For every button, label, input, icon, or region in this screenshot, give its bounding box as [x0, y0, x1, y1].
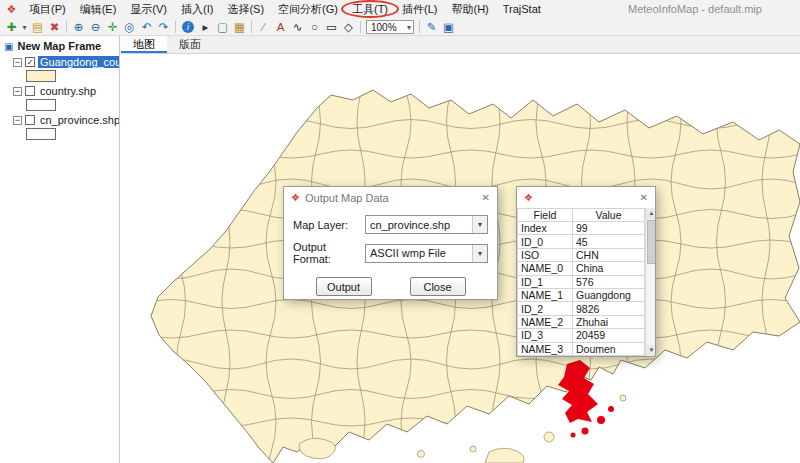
map-frame-icon: ▣	[4, 41, 13, 52]
layer-name[interactable]: country.shp	[38, 85, 98, 97]
close-icon[interactable]: ✕	[482, 192, 490, 203]
attr-field: NAME_2	[518, 315, 573, 328]
attr-value: 45	[573, 235, 645, 248]
next-view-icon[interactable]: ↷	[155, 19, 172, 36]
add-layer-icon[interactable]: ✚	[3, 19, 20, 36]
edit-pencil-icon[interactable]: ✎	[423, 19, 440, 36]
attr-field: Index	[518, 222, 573, 235]
scroll-down-icon[interactable]: ▼	[646, 345, 656, 356]
close-button[interactable]: Close	[410, 277, 466, 296]
output-format-label: Output Format:	[293, 241, 365, 265]
attr-value: CHN	[573, 248, 645, 261]
polygon-icon[interactable]: ◇	[340, 19, 357, 36]
attr-row: NAME_1Guangdong	[518, 288, 645, 301]
toolbar-separator	[419, 21, 420, 33]
zoom-out-icon[interactable]: ⊖	[87, 19, 104, 36]
layer-list: −✓Guangdong_county.shp−country.shp−cn_pr…	[0, 55, 119, 142]
prev-view-icon[interactable]: ↶	[138, 19, 155, 36]
tab-layout[interactable]: 版面	[167, 36, 213, 53]
layer-name[interactable]: cn_province.shp	[38, 114, 119, 126]
attr-value: China	[573, 262, 645, 275]
attr-row: NAME_3Doumen	[518, 342, 645, 355]
zoom-in-icon[interactable]: ⊕	[70, 19, 87, 36]
rectangle-icon[interactable]: ▭	[323, 19, 340, 36]
menu-item[interactable]: 工具(T)	[345, 0, 395, 19]
scrollbar-thumb[interactable]	[647, 220, 656, 264]
zoom-level-value: 100%	[371, 22, 397, 33]
dialog-title-bar[interactable]: ❖ ✕	[517, 187, 655, 208]
layer-symbol-swatch	[26, 70, 56, 82]
label-icon[interactable]: A	[272, 19, 289, 36]
attr-row: ID_29826	[518, 302, 645, 315]
layer-name[interactable]: Guangdong_county.shp	[38, 56, 119, 68]
attr-value: 20459	[573, 329, 645, 342]
dialog-title: Output Map Data	[305, 192, 389, 204]
attr-field: NAME_0	[518, 262, 573, 275]
view-tabs: 地图版面	[121, 36, 800, 54]
menu-item[interactable]: 显示(V)	[123, 0, 174, 19]
expand-toggle-icon[interactable]: −	[13, 116, 22, 125]
select-rectangle-icon[interactable]: ▢	[214, 19, 231, 36]
output-format-select[interactable]: ASCII wmp File ▾	[365, 244, 488, 263]
layer-legend	[0, 127, 119, 142]
menu-item[interactable]: 插件(L)	[395, 0, 444, 19]
menu-item[interactable]: 编辑(E)	[73, 0, 124, 19]
window-title: MeteoInfoMap - default.mip	[628, 0, 762, 19]
layer-row[interactable]: −country.shp	[0, 84, 119, 98]
menu-items: 项目(P)编辑(E)显示(V)插入(I)选择(S)空间分析(G)工具(T)插件(…	[22, 0, 548, 19]
attr-field: NAME_3	[518, 342, 573, 355]
attribute-table-icon[interactable]: ▦	[231, 19, 248, 36]
tab-map[interactable]: 地图	[121, 36, 167, 53]
menu-item[interactable]: 选择(S)	[220, 0, 271, 19]
chevron-down-icon: ▾	[407, 23, 411, 32]
scroll-up-icon[interactable]: ▲	[646, 208, 656, 219]
layer-legend	[0, 98, 119, 113]
polyline-icon[interactable]: ∿	[289, 19, 306, 36]
chevron-down-icon[interactable]: ▾	[472, 245, 487, 262]
menu-bar: ❖ 项目(P)编辑(E)显示(V)插入(I)选择(S)空间分析(G)工具(T)插…	[0, 0, 800, 19]
layer-row[interactable]: −✓Guangdong_county.shp	[0, 55, 119, 69]
add-layer-chevron-icon[interactable]: ▾	[20, 19, 29, 36]
layer-visibility-checkbox[interactable]	[25, 115, 35, 125]
full-extent-icon[interactable]: ◎	[121, 19, 138, 36]
identify-icon[interactable]: i	[182, 21, 194, 33]
attr-value: Guangdong	[573, 288, 645, 301]
attribute-table-scrollbar[interactable]: ▲ ▼	[645, 208, 656, 356]
save-map-icon[interactable]: ▣	[440, 19, 457, 36]
map-frame-node[interactable]: ▣ New Map Frame	[0, 36, 119, 55]
selected-region-zhuhai	[558, 360, 614, 438]
layers-panel: ▣ New Map Frame −✓Guangdong_county.shp−c…	[0, 36, 120, 463]
remove-layer-icon[interactable]: ✖	[46, 19, 63, 36]
chevron-down-icon[interactable]: ▾	[472, 216, 487, 233]
expand-toggle-icon[interactable]: −	[13, 87, 22, 96]
pan-icon[interactable]: ✛	[104, 19, 121, 36]
menu-item[interactable]: 项目(P)	[22, 0, 73, 19]
layer-visibility-checkbox[interactable]	[25, 86, 35, 96]
expand-toggle-icon[interactable]: −	[13, 58, 22, 67]
map-layer-select[interactable]: cn_province.shp ▾	[365, 215, 488, 234]
dialog-title-bar[interactable]: ❖ Output Map Data ✕	[284, 187, 497, 208]
attr-row: NAME_2Zhuhai	[518, 315, 645, 328]
open-file-icon[interactable]: ▤	[29, 19, 46, 36]
close-icon[interactable]: ✕	[640, 192, 648, 203]
measure-icon[interactable]: ∕	[255, 19, 272, 36]
layer-row[interactable]: −cn_province.shp	[0, 113, 119, 127]
output-button[interactable]: Output	[316, 277, 372, 296]
circle-icon[interactable]: ○	[306, 19, 323, 36]
menu-item[interactable]: TrajStat	[496, 0, 548, 19]
output-format-value: ASCII wmp File	[370, 247, 446, 259]
menu-item[interactable]: 空间分析(G)	[271, 0, 345, 19]
app-logo-icon: ❖	[4, 3, 19, 16]
attr-rows: Index99ID_045ISOCHNNAME_0ChinaID_1576NAM…	[518, 222, 645, 356]
toolbar-separator	[251, 21, 252, 33]
menu-item[interactable]: 插入(I)	[174, 0, 220, 19]
select-feature-icon[interactable]: ▸	[197, 19, 214, 36]
layer-visibility-checkbox[interactable]: ✓	[25, 57, 35, 67]
menu-item[interactable]: 帮助(H)	[444, 0, 495, 19]
attr-row: ID_045	[518, 235, 645, 248]
attr-value: Doumen	[573, 342, 645, 355]
attr-value: 9826	[573, 302, 645, 315]
attr-row: ISOCHN	[518, 248, 645, 261]
zoom-level-combo[interactable]: 100%▾	[366, 20, 414, 34]
attr-field: ID_3	[518, 329, 573, 342]
